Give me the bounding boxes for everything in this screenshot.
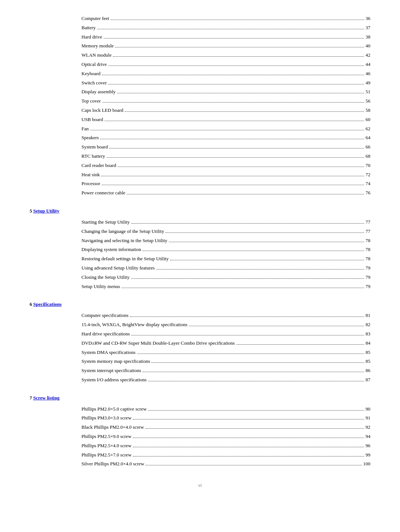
entry-dots bbox=[156, 269, 364, 270]
entry-text: Card reader board bbox=[81, 162, 116, 170]
entry-dots bbox=[121, 288, 364, 288]
entry-dots bbox=[143, 372, 364, 372]
entry-dots bbox=[109, 148, 364, 148]
toc-entry: DVD±RW and CD-RW Super Multi Double-Laye… bbox=[81, 339, 370, 347]
entry-dots bbox=[102, 185, 364, 185]
entry-dots bbox=[125, 111, 364, 112]
toc-entry: System board 66 bbox=[81, 143, 370, 151]
toc-entry: Phillips PM2.5×4.0 screw 96 bbox=[81, 442, 370, 450]
entry-text: System board bbox=[81, 143, 108, 151]
entry-text: Using advanced Setup Utility features bbox=[81, 264, 155, 272]
entry-text: WLAN module bbox=[81, 51, 111, 59]
entry-dots bbox=[169, 242, 364, 242]
toc-entry: System memory map specifications 85 bbox=[81, 358, 370, 365]
entry-text: Setup Utility menus bbox=[81, 283, 120, 291]
entry-text: Top cover bbox=[81, 97, 101, 105]
entry-text: Speakers bbox=[81, 134, 99, 142]
entry-text: System interrupt specifications bbox=[81, 367, 141, 375]
toc-entry: Card reader board 70 bbox=[81, 162, 370, 170]
entry-page: 96 bbox=[366, 442, 370, 450]
toc-entry: Hard drive 38 bbox=[81, 33, 370, 41]
entry-text: Computer feet bbox=[81, 15, 109, 23]
entry-page: 78 bbox=[366, 246, 370, 254]
entry-page: 87 bbox=[366, 376, 370, 384]
entry-page: 66 bbox=[366, 143, 370, 151]
toc-entry: Starting the Setup Utility 77 bbox=[81, 218, 370, 226]
entry-dots bbox=[108, 66, 364, 66]
entry-dots bbox=[100, 139, 364, 139]
toc-entry: Displaying system information 78 bbox=[81, 246, 370, 254]
entry-text: Display assembly bbox=[81, 88, 116, 96]
toc-entry: Silver Phillips PM2.0×4.0 screw 100 bbox=[81, 460, 370, 468]
toc-entry: Phillips PM2.0×5.0 captive screw 90 bbox=[81, 405, 370, 413]
section-heading: 7 Screw listing bbox=[30, 395, 370, 401]
toc-entry: System DMA specifications 85 bbox=[81, 349, 370, 357]
entry-dots bbox=[236, 344, 364, 345]
entry-dots bbox=[102, 102, 364, 103]
entry-text: Caps lock LED board bbox=[81, 107, 123, 114]
entry-text: Computer specifications bbox=[81, 312, 129, 319]
entry-text: Phillips PM2.5×7.0 screw bbox=[81, 451, 131, 459]
entry-dots bbox=[111, 20, 364, 20]
entry-text: Optical drive bbox=[81, 61, 107, 68]
toc-entry: Caps lock LED board 58 bbox=[81, 107, 370, 114]
entry-text: Starting the Setup Utility bbox=[81, 218, 130, 226]
entry-dots bbox=[151, 362, 364, 363]
entry-dots bbox=[108, 84, 364, 84]
entry-page: 92 bbox=[366, 424, 370, 431]
entry-dots bbox=[146, 428, 364, 429]
section-7: 7 Screw listing Phillips PM2.0×5.0 capti… bbox=[30, 395, 370, 468]
entry-dots bbox=[133, 447, 364, 447]
entry-page: 58 bbox=[366, 107, 370, 114]
sections-container: 5 Setup Utility Starting the Setup Utili… bbox=[30, 208, 370, 468]
entry-text: System I/O address specifications bbox=[81, 376, 147, 384]
entry-text: Processor bbox=[81, 180, 100, 188]
entry-dots bbox=[148, 410, 364, 411]
entry-page: 44 bbox=[366, 61, 370, 68]
toc-entry: Display assembly 51 bbox=[81, 88, 370, 96]
entry-dots bbox=[127, 194, 364, 194]
entry-page: 51 bbox=[366, 88, 370, 96]
section-heading: 5 Setup Utility bbox=[30, 208, 370, 214]
entry-text: Hard drive bbox=[81, 33, 102, 41]
toc-entry: Memory module 40 bbox=[81, 42, 370, 50]
entry-text: USB board bbox=[81, 116, 103, 124]
footer-page-label: vi bbox=[198, 483, 201, 488]
entry-text: Phillips PM3.0×3.0 screw bbox=[81, 414, 131, 422]
entry-text: Phillips PM2.0×5.0 captive screw bbox=[81, 405, 147, 413]
entry-page: 56 bbox=[366, 97, 370, 105]
page-content: Computer feet 36 Battery 37 Hard drive 3… bbox=[30, 15, 370, 468]
section-entries: Starting the Setup Utility 77 Changing t… bbox=[30, 218, 370, 290]
section-heading: 6 Specifications bbox=[30, 301, 370, 307]
entry-page: 90 bbox=[366, 405, 370, 413]
entry-page: 85 bbox=[366, 358, 370, 365]
entry-page: 82 bbox=[366, 321, 370, 329]
entry-text: Memory module bbox=[81, 42, 114, 50]
toc-entry: Hard drive specifications 83 bbox=[81, 330, 370, 338]
entry-dots bbox=[133, 419, 364, 419]
entry-dots bbox=[90, 130, 364, 130]
entry-text: Navigating and selecting in the Setup Ut… bbox=[81, 237, 167, 245]
entry-dots bbox=[97, 29, 364, 29]
entry-page: 78 bbox=[366, 255, 370, 263]
toc-entry: Computer specifications 81 bbox=[81, 312, 370, 319]
entry-text: Battery bbox=[81, 24, 96, 32]
entry-page: 64 bbox=[366, 134, 370, 142]
entry-page: 78 bbox=[366, 237, 370, 245]
entry-text: Heat sink bbox=[81, 171, 100, 179]
toc-entry: Keyboard 46 bbox=[81, 70, 370, 78]
entry-dots bbox=[104, 38, 364, 39]
toc-entry: Fan 62 bbox=[81, 125, 370, 133]
entry-page: 99 bbox=[366, 451, 370, 459]
toc-entry: Phillips PM2.5×9.0 screw 94 bbox=[81, 433, 370, 441]
entry-dots bbox=[115, 47, 364, 47]
toc-entry: Computer feet 36 bbox=[81, 15, 370, 23]
toc-entry: Power connector cable 76 bbox=[81, 189, 370, 197]
toc-entry: Using advanced Setup Utility features 79 bbox=[81, 264, 370, 272]
entry-page: 94 bbox=[366, 433, 370, 441]
entry-page: 79 bbox=[366, 283, 370, 291]
toc-entry: Optical drive 44 bbox=[81, 61, 370, 68]
entry-page: 76 bbox=[366, 189, 370, 197]
entry-dots bbox=[117, 93, 364, 93]
section-num: 7 bbox=[30, 395, 33, 401]
